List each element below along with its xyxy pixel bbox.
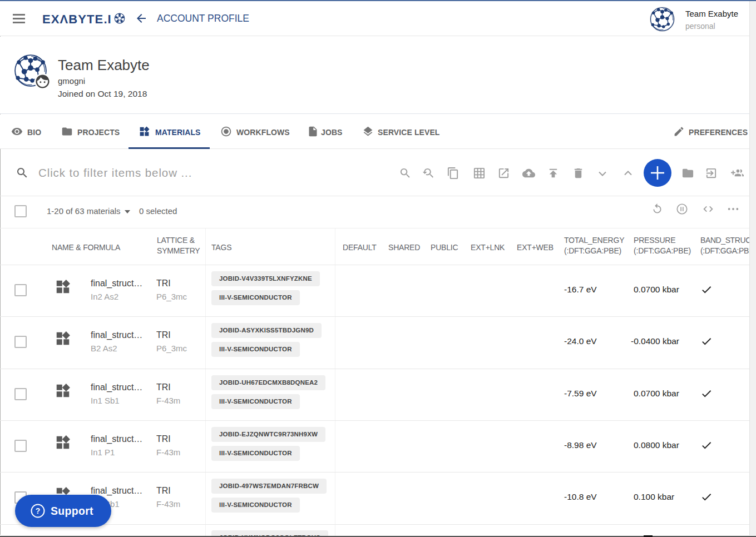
svg-text:?: ?: [36, 506, 41, 515]
